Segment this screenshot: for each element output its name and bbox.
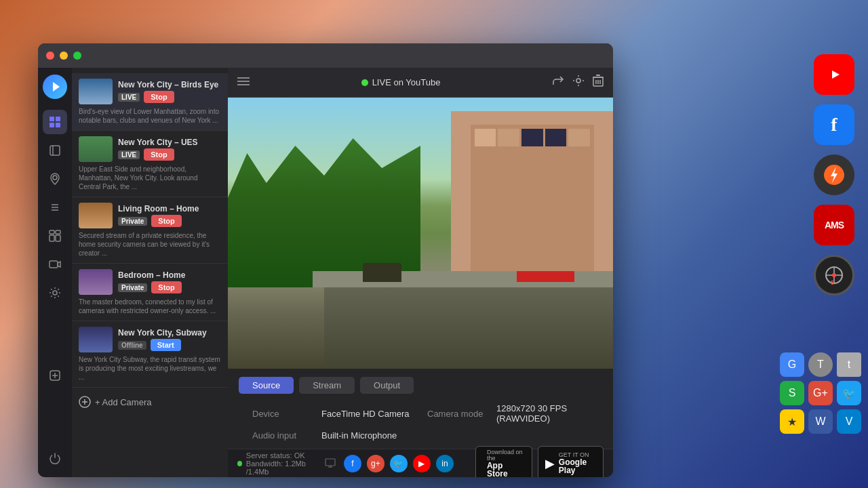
thunder-desktop-icon[interactable] — [814, 155, 854, 195]
camera-status-bedroom: Private — [118, 283, 147, 292]
mini-icon-4[interactable]: G+ — [808, 381, 833, 405]
store-badges: Download on the App Store ▶ GET IT ON Go… — [475, 446, 604, 478]
monitor-icon — [325, 458, 336, 469]
camera-stop-btn-nyc2[interactable]: Stop — [144, 148, 174, 161]
sidebar-item-book[interactable] — [43, 138, 67, 163]
svg-point-7 — [832, 273, 836, 277]
camera-item-living-room[interactable]: Living Room – Home Private Stop Secured … — [72, 197, 228, 264]
social-youtube-icon[interactable]: ▶ — [413, 455, 431, 472]
svg-rect-21 — [56, 230, 60, 234]
top-bar: LIVE on YouTube — [228, 68, 613, 98]
camera-item-bedroom[interactable]: Bedroom – Home Private Stop The master b… — [72, 264, 228, 321]
share-icon[interactable] — [552, 75, 564, 90]
svg-rect-43 — [326, 459, 335, 466]
maximize-button[interactable] — [73, 52, 81, 60]
mini-icon-1[interactable]: T — [808, 352, 833, 377]
facebook-desktop-icon[interactable]: f — [814, 104, 854, 145]
camera-name-nyc1: New York City – Birds Eye — [118, 80, 221, 89]
desktop-icons-right: f AMS 5 — [814, 54, 854, 296]
sidebar-item-cameras[interactable] — [43, 110, 67, 134]
sidebar-item-power[interactable] — [43, 446, 67, 470]
tab-output[interactable]: Output — [360, 377, 414, 394]
mini-v-icon[interactable]: V — [837, 409, 861, 434]
mini-google-icon[interactable]: G — [780, 352, 804, 377]
minimize-button[interactable] — [60, 52, 68, 60]
camera-name-subway: New York City, Subway — [118, 328, 221, 338]
app-content: New York City – Birds Eye LIVE Stop Bird… — [38, 68, 613, 477]
google-play-name: Google Play — [559, 458, 596, 474]
mini-icon-3[interactable]: S — [780, 381, 804, 405]
camera-thumb-bedroom — [79, 269, 113, 295]
svg-rect-11 — [56, 117, 60, 121]
desktop-icons-bottom: G T t S G+ 🐦 ★ W V — [780, 352, 861, 434]
sidebar-item-settings[interactable] — [43, 281, 67, 305]
camera-stop-btn-nyc1[interactable]: Stop — [144, 91, 174, 103]
add-camera-label: + Add Camera — [95, 397, 151, 407]
hamburger-icon[interactable] — [237, 77, 250, 89]
ams-desktop-icon[interactable]: AMS — [814, 205, 854, 245]
social-googleplus-icon[interactable]: g+ — [367, 455, 384, 472]
camera-status-subway: Offline — [118, 341, 146, 350]
server-status-text: Server status: OK — [246, 451, 318, 460]
sidebar-item-plus[interactable] — [43, 363, 67, 388]
tab-source[interactable]: Source — [239, 377, 294, 394]
trash-icon[interactable] — [593, 75, 604, 90]
social-twitter-icon[interactable]: 🐦 — [390, 455, 408, 472]
live-dot — [361, 79, 368, 86]
top-bar-actions — [552, 75, 604, 90]
sniper-desktop-icon[interactable]: 5 — [814, 255, 854, 296]
youtube-desktop-icon[interactable] — [814, 54, 854, 95]
camera-status-nyc1: LIVE — [118, 93, 140, 102]
live-indicator: LIVE on YouTube — [361, 77, 441, 87]
camera-list: New York City – Birds Eye LIVE Stop Bird… — [72, 68, 228, 477]
video-preview — [228, 98, 613, 369]
google-play-badge[interactable]: ▶ GET IT ON Google Play — [538, 446, 604, 478]
mini-twitter-icon[interactable]: 🐦 — [837, 381, 861, 405]
sidebar-item-video[interactable] — [43, 252, 67, 277]
settings-icon[interactable] — [572, 75, 585, 90]
camera-stop-btn-living[interactable]: Stop — [151, 215, 181, 227]
sidebar-item-location[interactable] — [43, 167, 67, 191]
source-info-panel: Device FaceTime HD Camera Camera mode 12… — [239, 403, 602, 441]
camera-item-nyc-ues[interactable]: New York City – UES LIVE Stop Upper East… — [72, 131, 228, 197]
svg-point-26 — [53, 291, 57, 295]
social-icons: f g+ 🐦 ▶ in — [344, 455, 454, 472]
sidebar-item-dashboard[interactable] — [43, 224, 67, 248]
mini-icon-2[interactable]: t — [837, 352, 861, 377]
app-store-badge[interactable]: Download on the App Store — [475, 446, 532, 478]
app-store-prefix: Download on the — [487, 449, 525, 462]
audio-input-label: Audio input — [252, 430, 313, 441]
google-play-icon: ▶ — [545, 456, 555, 471]
svg-rect-12 — [50, 123, 54, 127]
camera-thumb-subway — [79, 327, 113, 352]
camera-item-subway[interactable]: New York City, Subway Offline Start New … — [72, 321, 228, 388]
app-logo[interactable] — [43, 75, 67, 99]
tab-stream[interactable]: Stream — [299, 377, 355, 394]
svg-rect-20 — [50, 230, 54, 234]
camera-start-btn-subway[interactable]: Start — [151, 339, 181, 351]
camera-name-living: Living Room – Home — [118, 204, 221, 214]
social-linkedin-icon[interactable]: in — [436, 455, 454, 472]
svg-rect-22 — [50, 235, 54, 241]
app-store-name: App Store — [487, 462, 525, 478]
sidebar-item-list[interactable] — [43, 195, 67, 220]
camera-mode-row: Camera mode 868x488 30 FPS (RAWVIDEO) — [427, 403, 589, 424]
camera-status-nyc2: LIVE — [118, 150, 140, 159]
svg-marker-9 — [53, 82, 60, 92]
footer: Server status: OK Bandwidth: 1.2Mb /1.4M… — [228, 449, 613, 477]
street-scene — [228, 98, 613, 369]
svg-rect-14 — [50, 146, 60, 155]
mini-wp-icon[interactable]: W — [808, 409, 833, 434]
camera-thumb-nyc-birds-eye — [79, 79, 113, 104]
camera-status-living: Private — [118, 217, 147, 226]
status-dot — [237, 461, 242, 466]
camera-item-nyc-birds-eye[interactable]: New York City – Birds Eye LIVE Stop Bird… — [72, 73, 228, 131]
add-camera-button[interactable]: + Add Camera — [72, 388, 228, 416]
mini-icon-5[interactable]: ★ — [780, 409, 804, 434]
close-button[interactable] — [46, 52, 54, 60]
tab-row: Source Stream Output — [239, 377, 602, 394]
camera-name-nyc2: New York City – UES — [118, 138, 221, 147]
social-facebook-icon[interactable]: f — [344, 455, 361, 472]
camera-stop-btn-bedroom[interactable]: Stop — [151, 281, 181, 293]
svg-rect-10 — [50, 117, 54, 121]
